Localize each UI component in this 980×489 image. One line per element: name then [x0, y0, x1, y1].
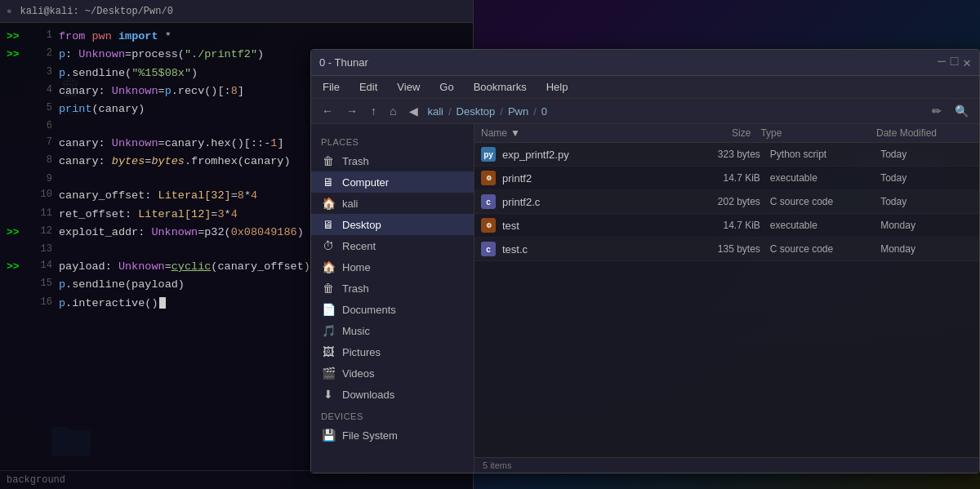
sidebar-item-downloads[interactable]: ⬇ Downloads [311, 384, 474, 405]
file-name-4: test.c [502, 243, 687, 256]
file-row-3[interactable]: ⚙ test 14.7 KiB executable Monday [474, 214, 979, 238]
home-sidebar-icon: 🏠 [321, 260, 336, 273]
file-row-1[interactable]: ⚙ printf2 14.7 KiB executable Today [474, 167, 979, 190]
close-button[interactable]: ✕ [963, 55, 971, 71]
file-row-2[interactable]: c printf2.c 202 bytes C source code Toda… [474, 190, 979, 214]
file-type-3: executable [770, 220, 880, 231]
recent-icon: ⏱ [321, 239, 336, 252]
fm-title: 0 - Thunar [319, 56, 368, 69]
fm-menubar: File Edit View Go Bookmarks Help [311, 76, 979, 99]
left-panel-button[interactable]: ◀ [405, 102, 422, 120]
sidebar-item-documents[interactable]: 📄 Documents [311, 299, 474, 320]
exec-file-icon-1: ⚙ [481, 171, 496, 185]
sidebar-item-trash-label: Trash [342, 155, 369, 167]
file-size-2: 202 bytes [687, 196, 770, 207]
file-size-3: 14.7 KiB [687, 220, 770, 231]
col-name-header[interactable]: Name ▼ [481, 127, 674, 139]
sidebar-item-desktop-label: Desktop [342, 219, 381, 231]
file-row-0[interactable]: py exp_printf2.py 323 bytes Python scrip… [474, 143, 979, 167]
fm-menu-go[interactable]: Go [436, 79, 457, 95]
file-size-1: 14.7 KiB [687, 172, 770, 184]
sidebar-item-downloads-label: Downloads [342, 389, 394, 401]
prompt-1: >> [7, 28, 29, 45]
pictures-icon: 🖼 [321, 345, 336, 358]
sidebar-devices-label: Devices [311, 405, 474, 425]
sidebar-places-label: Places [311, 131, 474, 150]
desktop: 🗑 Trash ● kali@kali: ~/Desktop/Pwn/0 >> … [0, 0, 980, 489]
code-line-1: >> 1 from pwn import * [7, 28, 466, 46]
file-date-4: Monday [880, 243, 973, 255]
c-file-icon-4: c [481, 242, 496, 256]
file-date-2: Today [880, 196, 973, 207]
back-button[interactable]: ← [318, 102, 337, 120]
sidebar-item-pictures[interactable]: 🖼 Pictures [311, 341, 474, 362]
fm-window-controls: ─ □ ✕ [938, 55, 971, 71]
file-type-0: Python script [770, 149, 880, 160]
downloads-icon: ⬇ [321, 388, 336, 401]
sidebar-item-kali-label: kali [342, 198, 359, 210]
sidebar-item-kali[interactable]: 🏠 kali [311, 193, 474, 214]
sidebar-item-desktop[interactable]: 🖥 Desktop [311, 214, 474, 235]
breadcrumb-pwn[interactable]: Pwn [508, 105, 528, 118]
sidebar-item-pictures-label: Pictures [342, 346, 381, 358]
search-button[interactable]: 🔍 [951, 102, 973, 120]
kali-home-icon: 🏠 [321, 197, 336, 210]
file-date-3: Monday [880, 220, 973, 231]
fm-menu-file[interactable]: File [319, 79, 343, 95]
col-size-header[interactable]: Size [674, 127, 760, 139]
fm-statusbar: 5 items [474, 457, 979, 473]
fm-file-list: py exp_printf2.py 323 bytes Python scrip… [474, 143, 979, 457]
breadcrumb-0[interactable]: 0 [541, 105, 547, 118]
file-size-0: 323 bytes [687, 149, 770, 160]
fm-menu-edit[interactable]: Edit [356, 79, 381, 95]
breadcrumb-desktop[interactable]: Desktop [457, 105, 496, 118]
file-row-4[interactable]: c test.c 135 bytes C source code Monday [474, 238, 979, 261]
sidebar-item-computer[interactable]: 🖥 Computer [311, 171, 474, 193]
computer-icon: 🖥 [321, 176, 336, 189]
col-type-header[interactable]: Type [760, 127, 876, 139]
file-name-1: printf2 [502, 172, 687, 184]
sidebar-item-music[interactable]: 🎵 Music [311, 320, 474, 341]
fm-menu-bookmarks[interactable]: Bookmarks [470, 79, 530, 95]
exec-file-icon-3: ⚙ [481, 218, 496, 233]
file-date-0: Today [880, 149, 973, 160]
filesystem-icon: 💾 [321, 429, 336, 442]
videos-icon: 🎬 [321, 367, 336, 380]
music-icon: 🎵 [321, 324, 336, 337]
sidebar-item-trash2-label: Trash [342, 282, 369, 295]
fm-status-text: 5 items [483, 460, 511, 470]
sidebar-item-trash[interactable]: 🗑 Trash [311, 150, 474, 171]
maximize-button[interactable]: □ [951, 55, 959, 71]
fm-sidebar: Places 🗑 Trash 🖥 Computer 🏠 kali 🖥 Deskt… [311, 124, 474, 473]
file-name-2: printf2.c [502, 196, 687, 208]
sidebar-item-filesystem-label: File System [342, 429, 398, 442]
terminal-titlebar: ● kali@kali: ~/Desktop/Pwn/0 [0, 0, 473, 23]
home-button[interactable]: ⌂ [385, 102, 400, 120]
file-name-3: test [502, 220, 687, 232]
terminal-status: background [7, 474, 65, 486]
sidebar-item-videos[interactable]: 🎬 Videos [311, 362, 474, 384]
fm-menu-view[interactable]: View [394, 79, 423, 95]
sidebar-item-filesystem[interactable]: 💾 File System [311, 425, 474, 446]
file-date-1: Today [880, 172, 973, 184]
sidebar-item-recent[interactable]: ⏱ Recent [311, 235, 474, 256]
trash2-icon: 🗑 [321, 282, 336, 295]
up-button[interactable]: ↑ [367, 102, 381, 120]
filemanager-window: 0 - Thunar ─ □ ✕ File Edit View Go Bookm… [310, 49, 980, 473]
col-date-header[interactable]: Date Modified [876, 127, 973, 139]
file-size-4: 135 bytes [687, 243, 770, 255]
fm-menu-help[interactable]: Help [543, 79, 572, 95]
file-type-4: C source code [770, 243, 880, 255]
fm-column-header: Name ▼ Size Type Date Modified [474, 124, 979, 143]
minimize-button[interactable]: ─ [938, 55, 946, 71]
forward-button[interactable]: → [342, 102, 362, 120]
c-file-icon-2: c [481, 194, 496, 209]
fm-main: Name ▼ Size Type Date Modified [474, 124, 979, 473]
file-name-0: exp_printf2.py [502, 149, 687, 161]
trash-sidebar-icon: 🗑 [321, 154, 336, 167]
sidebar-item-home[interactable]: 🏠 Home [311, 256, 474, 278]
sidebar-item-trash2[interactable]: 🗑 Trash [311, 278, 474, 299]
terminal-title: kali@kali: ~/Desktop/Pwn/0 [20, 6, 173, 17]
edit-path-button[interactable]: ✏ [928, 102, 946, 120]
breadcrumb-kali[interactable]: kali [427, 105, 443, 118]
